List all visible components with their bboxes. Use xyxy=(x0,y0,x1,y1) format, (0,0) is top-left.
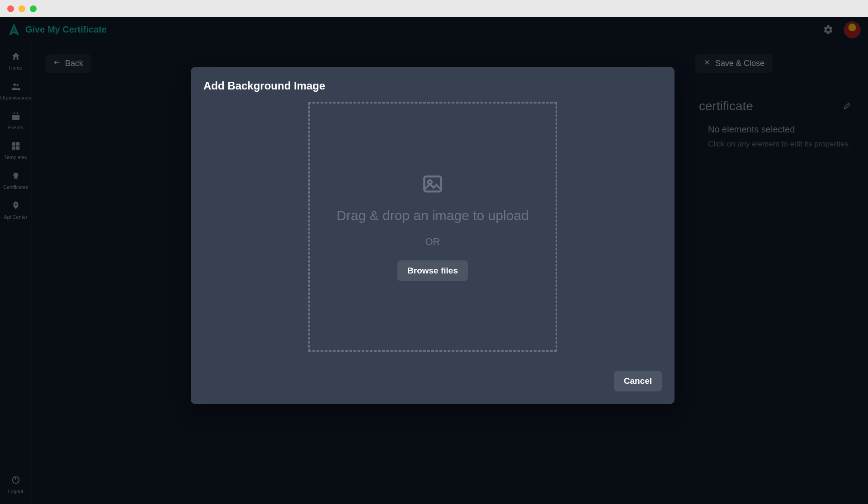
svg-rect-17 xyxy=(424,176,441,191)
image-icon xyxy=(421,173,444,195)
modal-title: Add Background Image xyxy=(203,80,662,92)
add-background-modal: Add Background Image Drag & drop an imag… xyxy=(191,67,675,404)
cancel-label: Cancel xyxy=(624,376,652,386)
window-chrome xyxy=(0,0,868,17)
dropzone-or: OR xyxy=(425,236,440,248)
window-close-button[interactable] xyxy=(7,5,14,12)
window-minimize-button[interactable] xyxy=(19,5,25,12)
dropzone-text: Drag & drop an image to upload xyxy=(336,208,528,223)
window-maximize-button[interactable] xyxy=(30,5,37,12)
browse-files-button[interactable]: Browse files xyxy=(397,260,468,281)
upload-dropzone[interactable]: Drag & drop an image to upload OR Browse… xyxy=(308,102,557,352)
browse-files-label: Browse files xyxy=(407,266,458,275)
cancel-button[interactable]: Cancel xyxy=(614,371,662,391)
